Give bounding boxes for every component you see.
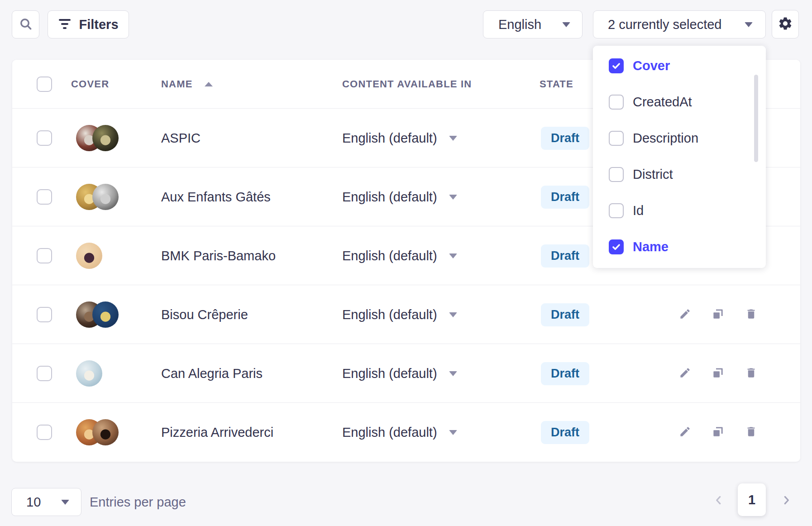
row-actions <box>676 306 760 324</box>
chevron-down-icon <box>449 136 457 141</box>
column-option[interactable]: Id <box>593 192 766 229</box>
table-row[interactable]: Bisou Crêperie English (default) Draft <box>12 285 800 344</box>
edit-button[interactable] <box>676 364 694 383</box>
edit-button[interactable] <box>676 306 694 324</box>
pencil-icon <box>679 308 691 321</box>
row-locale-select[interactable]: English (default) <box>342 344 457 403</box>
state-badge: Draft <box>541 421 589 444</box>
column-option-label: Id <box>633 203 644 218</box>
cover-image <box>92 419 119 445</box>
chevron-down-icon <box>449 253 457 258</box>
row-checkbox[interactable] <box>37 130 52 146</box>
edit-button[interactable] <box>676 423 694 441</box>
chevron-down-icon <box>449 371 457 376</box>
column-option[interactable]: District <box>593 156 766 192</box>
column-option-label: Name <box>633 239 669 254</box>
previous-page-button[interactable] <box>710 492 728 510</box>
cover-image <box>76 243 102 269</box>
select-all-checkbox[interactable] <box>37 77 52 92</box>
column-picker-dropdown: Cover CreatedAt Description District <box>593 46 766 268</box>
row-checkbox[interactable] <box>37 189 52 205</box>
column-option-checkbox[interactable] <box>609 239 624 254</box>
entry-name: ASPIC <box>161 109 201 167</box>
row-checkbox[interactable] <box>37 248 52 263</box>
duplicate-icon <box>712 308 724 321</box>
cover-image <box>76 360 102 387</box>
page-size-select[interactable]: 10 <box>11 488 81 516</box>
column-header-name-label: NAME <box>161 78 193 90</box>
row-locale-select[interactable]: English (default) <box>342 226 457 285</box>
column-option[interactable]: Cover <box>593 48 766 84</box>
state-badge: Draft <box>541 186 589 209</box>
entry-name: Pizzeria Arrivederci <box>161 403 273 462</box>
page-1-button[interactable]: 1 <box>738 483 766 516</box>
entry-name: BMK Paris-Bamako <box>161 226 276 285</box>
table-row[interactable]: Pizzeria Arrivederci English (default) D… <box>12 403 800 462</box>
column-option[interactable]: Name <box>593 229 766 265</box>
chevron-down-icon <box>449 195 457 200</box>
column-picker-items: Cover CreatedAt Description District <box>593 48 766 265</box>
column-option-checkbox[interactable] <box>609 167 624 182</box>
duplicate-button[interactable] <box>709 306 727 324</box>
column-option-checkbox[interactable] <box>609 203 624 218</box>
columns-select[interactable]: 2 currently selected <box>593 10 766 38</box>
row-locale-value: English (default) <box>342 366 437 381</box>
row-locale-select[interactable]: English (default) <box>342 285 457 344</box>
duplicate-icon <box>712 367 724 380</box>
pencil-icon <box>679 367 691 380</box>
column-option-checkbox[interactable] <box>609 131 624 146</box>
column-option[interactable]: CreatedAt <box>593 84 766 120</box>
row-actions <box>676 364 760 383</box>
filters-button[interactable]: Filters <box>48 10 129 38</box>
trash-icon <box>745 308 757 321</box>
column-option[interactable]: Description <box>593 120 766 156</box>
next-page-button[interactable] <box>777 492 795 510</box>
column-header-name[interactable]: NAME <box>161 60 213 109</box>
locale-select-value: English <box>498 17 541 32</box>
filter-icon <box>58 18 72 31</box>
duplicate-button[interactable] <box>709 364 727 383</box>
row-checkbox[interactable] <box>37 425 52 440</box>
column-header-content-available-in: CONTENT AVAILABLE IN <box>342 60 472 109</box>
column-option-checkbox[interactable] <box>609 95 624 110</box>
chevron-down-icon <box>449 430 457 435</box>
duplicate-icon <box>712 426 724 439</box>
delete-button[interactable] <box>742 423 760 441</box>
table-row[interactable]: Can Alegria Paris English (default) Draf… <box>12 344 800 403</box>
state-badge: Draft <box>541 244 589 268</box>
column-option-checkbox[interactable] <box>609 58 624 73</box>
row-actions <box>676 423 760 441</box>
entry-name: Aux Enfants Gâtés <box>161 167 271 226</box>
delete-button[interactable] <box>742 306 760 324</box>
search-button[interactable] <box>12 10 39 38</box>
chevron-down-icon <box>745 22 753 27</box>
pencil-icon <box>679 426 691 439</box>
scrollbar-thumb[interactable] <box>754 75 758 162</box>
cover-image <box>92 125 119 151</box>
column-option-label: Description <box>633 131 698 146</box>
chevron-down-icon <box>449 312 457 317</box>
settings-button[interactable] <box>772 10 799 38</box>
row-locale-select[interactable]: English (default) <box>342 109 457 167</box>
column-header-cover: COVER <box>71 60 109 109</box>
column-option-label: CreatedAt <box>633 95 692 110</box>
row-checkbox[interactable] <box>37 366 52 381</box>
trash-icon <box>745 426 757 439</box>
row-locale-select[interactable]: English (default) <box>342 167 457 226</box>
row-locale-value: English (default) <box>342 131 437 146</box>
entries-per-page-label: Entries per page <box>90 488 186 516</box>
cover-image <box>92 184 119 210</box>
state-badge: Draft <box>541 362 589 385</box>
row-locale-select[interactable]: English (default) <box>342 403 457 462</box>
chevron-right-icon <box>780 494 792 507</box>
sort-ascending-icon <box>205 82 213 86</box>
row-checkbox[interactable] <box>37 307 52 322</box>
delete-button[interactable] <box>742 364 760 383</box>
row-locale-value: English (default) <box>342 249 437 263</box>
filters-label: Filters <box>79 17 118 32</box>
column-option-label: District <box>633 167 673 182</box>
checkmark-icon <box>611 61 621 71</box>
duplicate-button[interactable] <box>709 423 727 441</box>
content-manager-list-view: Filters English 2 currently selected COV… <box>0 0 812 526</box>
locale-select[interactable]: English <box>483 10 583 38</box>
